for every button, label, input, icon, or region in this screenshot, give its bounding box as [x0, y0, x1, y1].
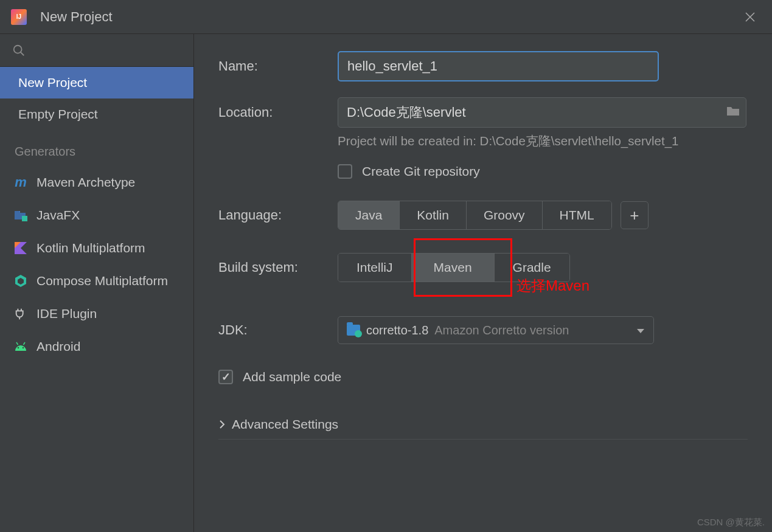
svg-line-7: [24, 342, 26, 345]
chevron-down-icon: [636, 323, 645, 337]
sidebar: New Project Empty Project Generators m M…: [0, 34, 194, 532]
kotlin-icon: [13, 241, 28, 255]
svg-line-6: [16, 342, 18, 345]
build-option-maven[interactable]: Maven: [412, 254, 495, 282]
jdk-folder-icon: [347, 325, 360, 336]
sidebar-item-new-project[interactable]: New Project: [0, 67, 193, 98]
generator-label: Maven Archetype: [37, 175, 135, 190]
advanced-settings-label: Advanced Settings: [232, 417, 338, 432]
generator-kotlin-mp[interactable]: Kotlin Multiplatform: [0, 232, 193, 264]
generator-label: Kotlin Multiplatform: [37, 241, 145, 255]
folder-icon: [726, 106, 740, 117]
generator-label: Android: [37, 339, 80, 354]
sidebar-item-label: New Project: [18, 75, 87, 90]
jdk-detail: Amazon Corretto version: [434, 323, 569, 337]
jdk-label: JDK:: [218, 322, 338, 338]
javafx-icon: [13, 208, 28, 223]
location-value: D:\Code克隆\servlet: [347, 103, 466, 122]
generator-maven-archetype[interactable]: m Maven Archetype: [0, 166, 193, 199]
build-option-intellij[interactable]: IntelliJ: [338, 254, 412, 282]
main-panel: Name: Location: D:\Code克隆\servlet Projec…: [194, 34, 772, 532]
language-option-html[interactable]: HTML: [543, 201, 611, 229]
name-input[interactable]: [338, 51, 659, 81]
location-hint: Project will be created in: D:\Code克隆\se…: [338, 133, 750, 150]
close-button[interactable]: [739, 6, 761, 28]
language-option-kotlin[interactable]: Kotlin: [400, 201, 467, 229]
search-icon: [12, 44, 26, 57]
compose-icon: [13, 274, 28, 288]
sidebar-item-label: Empty Project: [18, 107, 98, 122]
generator-compose-mp[interactable]: Compose Multiplatform: [0, 264, 193, 297]
generator-ide-plugin[interactable]: IDE Plugin: [0, 297, 193, 330]
titlebar: IJ New Project: [0, 0, 772, 34]
name-label: Name:: [218, 58, 338, 74]
android-icon: [13, 339, 28, 354]
add-sample-code-checkbox[interactable]: [218, 370, 233, 384]
chevron-right-icon: [218, 420, 226, 429]
language-option-java[interactable]: Java: [338, 201, 400, 229]
watermark: CSDN @黄花菜.: [697, 517, 765, 528]
create-git-label: Create Git repository: [362, 164, 480, 179]
browse-folder-button[interactable]: [726, 105, 740, 120]
add-language-button[interactable]: +: [621, 201, 649, 229]
svg-point-5: [23, 347, 24, 348]
plug-icon: [13, 306, 28, 321]
sidebar-search[interactable]: [0, 34, 193, 67]
plus-icon: +: [630, 206, 639, 225]
jdk-dropdown[interactable]: corretto-1.8 Amazon Corretto version: [338, 316, 654, 344]
generator-label: IDE Plugin: [37, 306, 97, 321]
generator-label: Compose Multiplatform: [37, 274, 168, 288]
generator-android[interactable]: Android: [0, 330, 193, 363]
svg-rect-1: [22, 216, 27, 221]
window-title: New Project: [40, 9, 113, 25]
sidebar-item-empty-project[interactable]: Empty Project: [0, 98, 193, 130]
maven-icon: m: [13, 175, 28, 190]
advanced-settings-toggle[interactable]: Advanced Settings: [218, 417, 748, 440]
jdk-value: corretto-1.8: [366, 323, 428, 337]
language-segment-group: Java Kotlin Groovy HTML: [338, 201, 612, 230]
generator-label: JavaFX: [37, 208, 80, 223]
language-label: Language:: [218, 207, 338, 223]
svg-point-0: [14, 45, 22, 53]
location-input[interactable]: D:\Code克隆\servlet: [338, 97, 746, 128]
add-sample-code-label: Add sample code: [243, 370, 341, 384]
generators-header: Generators: [0, 130, 193, 166]
svg-point-4: [18, 347, 19, 348]
intellij-app-icon: IJ: [11, 9, 27, 25]
generator-javafx[interactable]: JavaFX: [0, 199, 193, 232]
create-git-checkbox[interactable]: [338, 164, 352, 179]
build-system-label: Build system:: [218, 260, 338, 275]
location-label: Location:: [218, 105, 338, 120]
close-icon: [745, 12, 756, 22]
language-option-groovy[interactable]: Groovy: [467, 201, 543, 229]
annotation-text: 选择Maven: [516, 276, 589, 295]
